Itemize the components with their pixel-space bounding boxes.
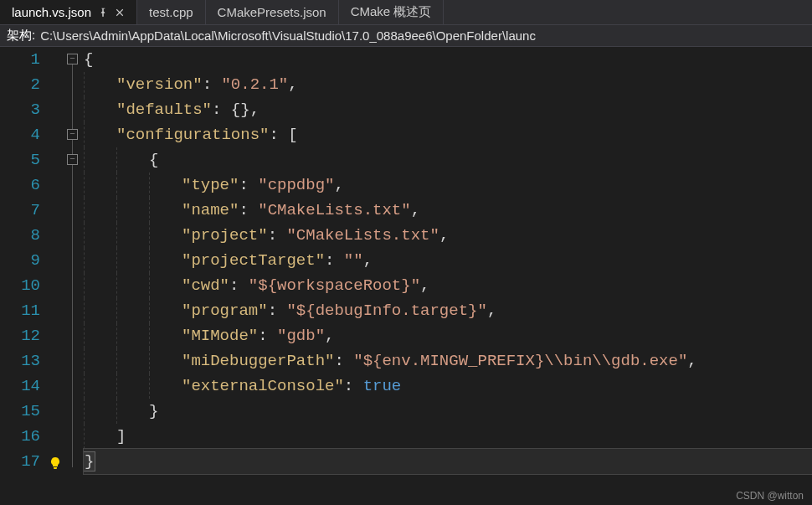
line-number-gutter: 1234567891011121314151617 [0, 47, 49, 488]
code-line[interactable]: "projectTarget": "", [84, 248, 812, 273]
code-line[interactable]: "configurations": [ [84, 122, 812, 147]
tab-label: launch.vs.json [12, 5, 91, 19]
code-line[interactable]: "miDebuggerPath": "${env.MINGW_PREFIX}\\… [84, 348, 812, 374]
line-number: 7 [0, 198, 40, 223]
line-number: 8 [0, 223, 40, 248]
fold-toggle-icon[interactable]: − [67, 54, 78, 64]
code-line[interactable]: "type": "cppdbg", [84, 173, 812, 198]
breadcrumb-label: 架构: [7, 28, 35, 44]
code-line[interactable]: "name": "CMakeLists.txt", [84, 198, 812, 223]
fold-margin: −−− [65, 47, 84, 488]
breadcrumb-bar[interactable]: 架构: C:\Users\Admin\AppData\Local\Microso… [0, 25, 812, 47]
line-number: 6 [0, 173, 40, 198]
code-line[interactable]: ] [84, 424, 812, 449]
line-number: 2 [0, 72, 40, 97]
code-line[interactable]: { [84, 147, 812, 173]
close-icon[interactable] [115, 8, 125, 18]
code-line[interactable]: "cwd": "${workspaceRoot}", [84, 273, 812, 298]
tab-launch-vs-json[interactable]: launch.vs.json [0, 0, 137, 24]
code-line[interactable]: } [84, 449, 812, 474]
line-number: 12 [0, 323, 40, 348]
fold-toggle-icon[interactable]: − [67, 129, 78, 140]
line-number: 11 [0, 298, 40, 323]
line-number: 4 [0, 122, 40, 147]
tab-label: CMakePresets.json [218, 5, 326, 19]
code-line[interactable]: "version": "0.2.1", [84, 72, 812, 97]
line-number: 1 [0, 47, 40, 72]
line-number: 13 [0, 348, 40, 374]
line-number: 3 [0, 97, 40, 122]
watermark-text: CSDN @witton [736, 490, 804, 502]
code-line[interactable]: "project": "CMakeLists.txt", [84, 223, 812, 248]
line-number: 17 [0, 449, 40, 474]
code-line[interactable]: "MIMode": "gdb", [84, 323, 812, 348]
fold-toggle-icon[interactable]: − [67, 154, 78, 165]
lightbulb-icon[interactable] [49, 454, 62, 479]
code-line[interactable]: "defaults": {}, [84, 97, 812, 122]
code-line[interactable]: "program": "${debugInfo.target}", [84, 298, 812, 323]
pin-icon[interactable] [98, 8, 108, 18]
code-content[interactable]: {"version": "0.2.1","defaults": {},"conf… [84, 47, 812, 488]
tab-label: CMake 概述页 [351, 4, 432, 20]
glyph-margin [49, 47, 65, 488]
breadcrumb-path: C:\Users\Admin\AppData\Local\Microsoft\V… [40, 28, 536, 43]
tab-test-cpp[interactable]: test.cpp [137, 0, 206, 24]
line-number: 10 [0, 273, 40, 298]
code-line[interactable]: { [84, 47, 812, 72]
code-editor[interactable]: 1234567891011121314151617 −−− {"version"… [0, 47, 812, 488]
tab-bar: launch.vs.json test.cpp CMakePresets.jso… [0, 0, 812, 25]
line-number: 5 [0, 147, 40, 173]
line-number: 14 [0, 374, 40, 399]
tab-cmakepresets-json[interactable]: CMakePresets.json [206, 0, 339, 24]
code-line[interactable]: } [84, 399, 812, 424]
line-number: 16 [0, 424, 40, 449]
tab-label: test.cpp [149, 5, 193, 19]
tab-cmake-overview[interactable]: CMake 概述页 [339, 0, 445, 24]
code-line[interactable]: "externalConsole": true [84, 374, 812, 399]
line-number: 15 [0, 399, 40, 424]
line-number: 9 [0, 248, 40, 273]
